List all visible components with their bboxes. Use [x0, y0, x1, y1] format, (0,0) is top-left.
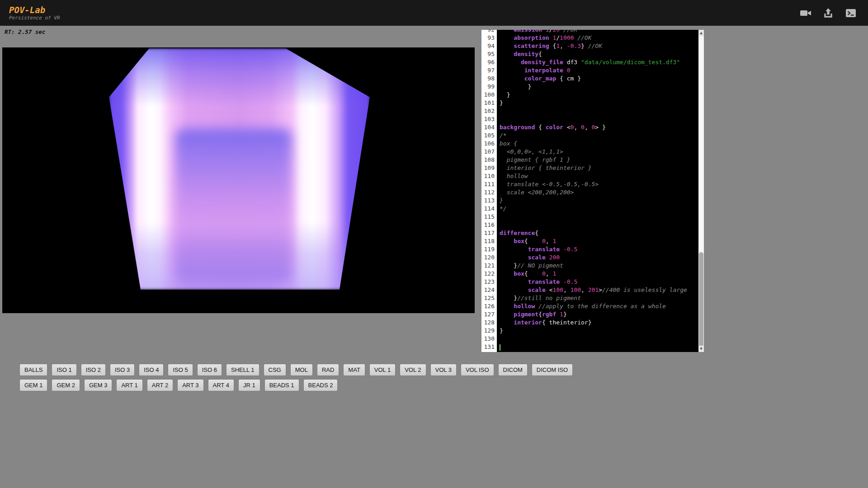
export-button[interactable] [821, 6, 835, 20]
code-line[interactable]: 125 }//still no pigment [481, 294, 698, 302]
code-line[interactable]: 95 density{ [481, 50, 698, 58]
code-content[interactable]: /* [497, 131, 698, 140]
code-line[interactable]: 100 } [481, 91, 698, 99]
code-content[interactable]: interior{ theinterior} [497, 319, 698, 327]
code-content[interactable]: absorption 1/1000 //OK [497, 34, 698, 42]
preset-button-balls[interactable]: BALLS [19, 364, 47, 376]
code-line[interactable]: 109 interior { theinterior } [481, 164, 698, 172]
code-line[interactable]: 104background { color <0, 0, 0> } [481, 123, 698, 131]
preset-button-csg[interactable]: CSG [264, 364, 286, 376]
code-line[interactable]: 106box { [481, 140, 698, 148]
code-content[interactable]: } [497, 91, 698, 99]
code-content[interactable]: scale <200,200,200> [497, 188, 698, 197]
code-line[interactable]: 123 translate -0.5 [481, 278, 698, 286]
code-content[interactable]: } [497, 197, 698, 205]
editor-scrollbar[interactable]: ▲ ▼ [698, 30, 704, 352]
code-line[interactable]: 112 scale <200,200,200> [481, 188, 698, 197]
code-content[interactable]: pigment{rgbf 1} [497, 310, 698, 319]
code-lines[interactable]: 92 emission 1/20 //OK93 absorption 1/100… [481, 30, 698, 351]
preset-button-mat[interactable]: MAT [343, 364, 365, 376]
code-content[interactable]: scattering {1, -0.3} //OK [497, 42, 698, 50]
preset-button-art-4[interactable]: ART 4 [208, 379, 234, 391]
code-content[interactable]: color_map { cm } [497, 75, 698, 83]
code-content[interactable]: translate <-0.5,-0.5,-0.5> [497, 180, 698, 188]
preset-button-beads-1[interactable]: BEADS 1 [264, 379, 299, 391]
code-content[interactable]: translate -0.5 [497, 245, 698, 253]
preset-button-vol-2[interactable]: VOL 2 [400, 364, 426, 376]
code-line[interactable]: 128 interior{ theinterior} [481, 319, 698, 327]
code-content[interactable]: scale <100, 100, 201>//400 is uselessly … [497, 286, 698, 294]
preset-button-art-3[interactable]: ART 3 [177, 379, 203, 391]
code-line[interactable]: 122 box{ 0, 1 [481, 270, 698, 278]
code-line[interactable]: 93 absorption 1/1000 //OK [481, 34, 698, 42]
preset-button-vol-iso[interactable]: VOL ISO [461, 364, 494, 376]
code-content[interactable]: scale 200 [497, 253, 698, 262]
code-line[interactable]: 118 box{ 0, 1 [481, 237, 698, 245]
code-line[interactable]: 108 pigment { rgbf 1 } [481, 156, 698, 164]
code-line[interactable]: 129} [481, 327, 698, 335]
preset-button-iso-1[interactable]: ISO 1 [52, 364, 76, 376]
code-content[interactable] [497, 335, 698, 343]
code-content[interactable] [497, 343, 698, 351]
code-content[interactable] [497, 115, 698, 123]
code-line[interactable]: 111 translate <-0.5,-0.5,-0.5> [481, 180, 698, 188]
code-line[interactable]: 116 [481, 221, 698, 229]
preset-button-mol[interactable]: MOL [290, 364, 313, 376]
code-content[interactable]: density_file df3 "data/volume/dicom_test… [497, 58, 698, 66]
preset-button-vol-3[interactable]: VOL 3 [430, 364, 457, 376]
preset-button-iso-6[interactable]: ISO 6 [197, 364, 222, 376]
preset-button-iso-4[interactable]: ISO 4 [139, 364, 164, 376]
code-content[interactable]: } [497, 99, 698, 107]
code-line[interactable]: 94 scattering {1, -0.3} //OK [481, 42, 698, 50]
code-line[interactable]: 96 density_file df3 "data/volume/dicom_t… [481, 58, 698, 66]
code-content[interactable]: }//still no pigment [497, 294, 698, 302]
preset-button-gem-2[interactable]: GEM 2 [52, 379, 80, 391]
code-content[interactable] [497, 107, 698, 115]
code-content[interactable]: background { color <0, 0, 0> } [497, 123, 698, 131]
code-content[interactable]: */ [497, 205, 698, 213]
code-line[interactable]: 102 [481, 107, 698, 115]
preset-button-art-1[interactable]: ART 1 [116, 379, 142, 391]
scroll-up-arrow[interactable]: ▲ [698, 30, 704, 36]
preset-button-vol-1[interactable]: VOL 1 [369, 364, 396, 376]
code-line[interactable]: 130 [481, 335, 698, 343]
code-content[interactable]: box{ 0, 1 [497, 237, 698, 245]
code-line[interactable]: 113} [481, 197, 698, 205]
code-content[interactable]: box { [497, 140, 698, 148]
preset-button-jr-1[interactable]: JR 1 [238, 379, 260, 391]
preset-button-dicom-iso[interactable]: DICOM ISO [532, 364, 573, 376]
code-line[interactable]: 101} [481, 99, 698, 107]
code-content[interactable]: emission 1/20 //OK [497, 30, 698, 34]
code-line[interactable]: 97 interpolate 0 [481, 66, 698, 75]
code-editor[interactable]: 92 emission 1/20 //OK93 absorption 1/100… [481, 30, 704, 352]
code-content[interactable]: hollow [497, 172, 698, 180]
preset-button-beads-2[interactable]: BEADS 2 [303, 379, 338, 391]
preset-button-dicom[interactable]: DICOM [498, 364, 528, 376]
code-line[interactable]: 119 translate -0.5 [481, 245, 698, 253]
code-content[interactable]: } [497, 327, 698, 335]
code-content[interactable]: } [497, 83, 698, 91]
code-line[interactable]: 98 color_map { cm } [481, 75, 698, 83]
code-content[interactable]: }// NO pigment [497, 262, 698, 270]
terminal-button[interactable] [844, 6, 858, 20]
code-line[interactable]: 114*/ [481, 205, 698, 213]
code-content[interactable] [497, 213, 698, 221]
code-line[interactable]: 110 hollow [481, 172, 698, 180]
code-content[interactable]: box{ 0, 1 [497, 270, 698, 278]
preset-button-gem-1[interactable]: GEM 1 [19, 379, 47, 391]
code-content[interactable]: pigment { rgbf 1 } [497, 156, 698, 164]
code-line[interactable]: 103 [481, 115, 698, 123]
preset-button-rad[interactable]: RAD [317, 364, 339, 376]
code-content[interactable]: interior { theinterior } [497, 164, 698, 172]
code-line[interactable]: 126 hollow //apply to the difference as … [481, 302, 698, 310]
code-line[interactable]: 115 [481, 213, 698, 221]
code-content[interactable]: difference{ [497, 229, 698, 237]
preset-button-iso-5[interactable]: ISO 5 [168, 364, 193, 376]
video-capture-button[interactable] [798, 6, 813, 20]
code-content[interactable]: translate -0.5 [497, 278, 698, 286]
code-line[interactable]: 107 <0,0,0>, <1,1,1> [481, 148, 698, 156]
code-content[interactable]: hollow //apply to the difference as a wh… [497, 302, 698, 310]
code-content[interactable]: interpolate 0 [497, 66, 698, 75]
code-line[interactable]: 120 scale 200 [481, 253, 698, 262]
code-line[interactable]: 131 [481, 343, 698, 351]
